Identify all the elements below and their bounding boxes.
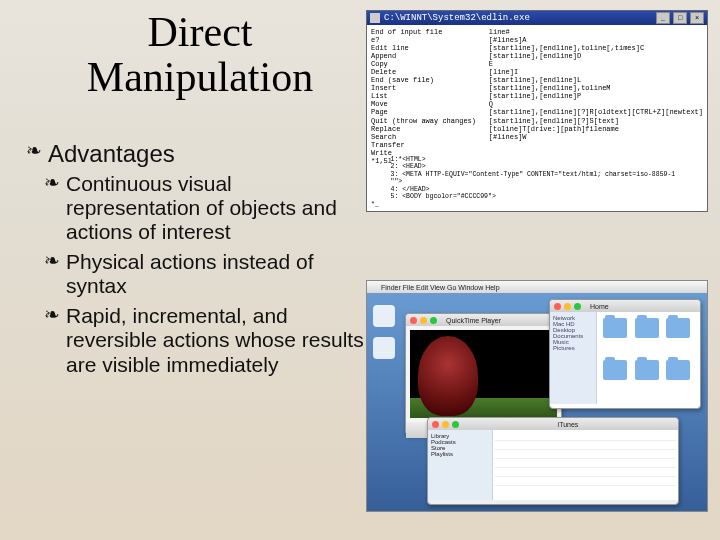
zoom-icon[interactable] (452, 421, 459, 428)
folder-icon[interactable] (666, 360, 690, 380)
bullet-text: Continuous visual representation of obje… (66, 172, 366, 244)
menubar-items[interactable]: Finder File Edit View Go Window Help (381, 284, 500, 291)
close-button[interactable]: × (690, 12, 704, 24)
finder-sidebar[interactable]: Network Mac HD Desktop Documents Music P… (550, 312, 597, 404)
folder-icon[interactable] (635, 360, 659, 380)
folder-icon[interactable] (635, 318, 659, 338)
bullet-3: ❧ Rapid, incremental, and reversible act… (44, 304, 366, 376)
minimize-button[interactable]: _ (656, 12, 670, 24)
window-title: iTunes (558, 421, 579, 428)
bullet-text: Physical actions instead of syntax (66, 250, 366, 298)
track-list[interactable] (493, 430, 678, 500)
itunes-body: Library Podcasts Store Playlists (428, 430, 678, 500)
itunes-window[interactable]: iTunes Library Podcasts Store Playlists (427, 417, 679, 505)
title-line2: Manipulation (87, 54, 313, 100)
itunes-sidebar[interactable]: Library Podcasts Store Playlists (428, 430, 493, 500)
slide: Direct Manipulation ❧ Advantages ❧ Conti… (0, 0, 720, 540)
bullet-text: Rapid, incremental, and reversible actio… (66, 304, 366, 376)
zoom-icon[interactable] (574, 303, 581, 310)
desktop-icons (373, 305, 395, 359)
minimize-icon[interactable] (564, 303, 571, 310)
terminal-screenshot: C:\WINNT\System32\edlin.exe _ □ × End of… (366, 10, 708, 212)
minimize-icon[interactable] (420, 317, 427, 324)
window-titlebar[interactable]: iTunes (428, 418, 678, 430)
list-item[interactable] (495, 432, 676, 441)
hd-icon[interactable] (373, 337, 395, 359)
mac-menubar: Finder File Edit View Go Window Help (367, 281, 707, 293)
window-titlebar[interactable]: Home (550, 300, 700, 312)
folder-icon[interactable] (603, 360, 627, 380)
flourish-icon: ❧ (44, 304, 60, 376)
bullet-2: ❧ Physical actions instead of syntax (44, 250, 366, 298)
close-icon[interactable] (432, 421, 439, 428)
app-icon (370, 13, 380, 23)
finder-content (597, 312, 700, 404)
minimize-icon[interactable] (442, 421, 449, 428)
terminal-titlebar: C:\WINNT\System32\edlin.exe _ □ × (367, 11, 707, 25)
terminal-lower: 1:*<HTML> 2: <HEAD> 3: <META HTTP-EQUIV=… (371, 156, 703, 208)
flourish-icon: ❧ (26, 140, 42, 168)
bullet-1: ❧ Continuous visual representation of ob… (44, 172, 366, 244)
folder-icon[interactable] (603, 318, 627, 338)
folder-icon[interactable] (666, 318, 690, 338)
desktop-screenshot: Finder File Edit View Go Window Help Qui… (366, 280, 708, 512)
list-item[interactable] (495, 468, 676, 477)
window-titlebar[interactable]: QuickTime Player (406, 314, 561, 326)
finder-window[interactable]: Home Network Mac HD Desktop Documents Mu… (549, 299, 701, 409)
list-item[interactable] (495, 477, 676, 486)
tree-foliage (418, 336, 478, 416)
close-icon[interactable] (554, 303, 561, 310)
flourish-icon: ❧ (44, 172, 60, 244)
flourish-icon: ❧ (44, 250, 60, 298)
window-title: QuickTime Player (446, 317, 501, 324)
title-line1: Direct (148, 9, 253, 55)
heading: Advantages (48, 140, 175, 168)
zoom-icon[interactable] (430, 317, 437, 324)
text-content: ❧ Advantages ❧ Continuous visual represe… (26, 140, 366, 383)
window-buttons: _ □ × (656, 12, 704, 24)
list-item[interactable] (495, 450, 676, 459)
heading-row: ❧ Advantages (26, 140, 366, 168)
slide-title: Direct Manipulation (60, 10, 340, 101)
terminal-title: C:\WINNT\System32\edlin.exe (384, 13, 530, 23)
list-item[interactable] (495, 459, 676, 468)
finder-body: Network Mac HD Desktop Documents Music P… (550, 312, 700, 404)
video-frame (410, 330, 557, 418)
list-item[interactable] (495, 441, 676, 450)
hd-icon[interactable] (373, 305, 395, 327)
maximize-button[interactable]: □ (673, 12, 687, 24)
close-icon[interactable] (410, 317, 417, 324)
window-title: Home (590, 303, 609, 310)
terminal-body: End of input file e? Edit line Append Co… (367, 25, 707, 211)
